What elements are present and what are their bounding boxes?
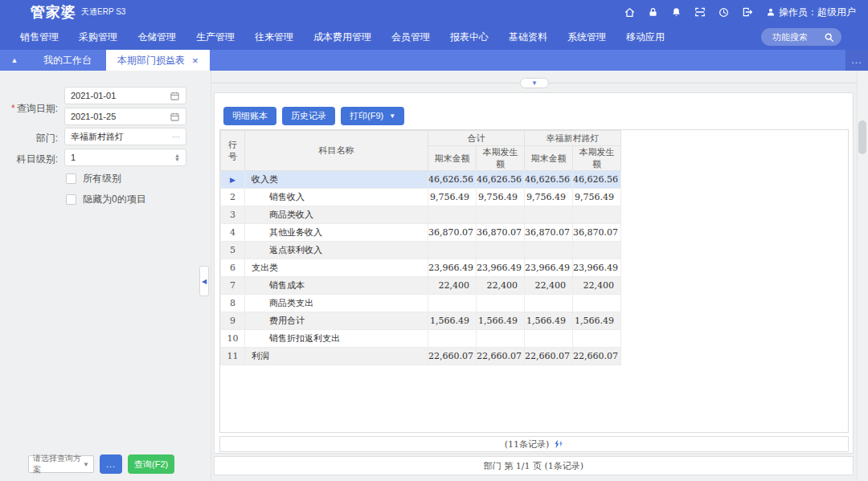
amount-cell [477,330,525,348]
ellipsis-icon[interactable]: ··· [172,132,180,141]
detail-ledger-button[interactable]: 明细账本 [223,107,276,125]
subject-name: 商品类收入 [245,206,428,224]
refresh-icon[interactable] [554,439,563,449]
nav-item[interactable]: 仓储管理 [137,31,176,44]
stepper-arrows[interactable]: ▲▼ [174,153,180,161]
table-row[interactable]: 4其他业务收入36,870.0736,870.0736,870.0736,870… [221,224,621,242]
dept-field[interactable]: 幸福新村路灯 ··· [64,128,186,145]
all-levels-label: 所有级别 [83,172,121,185]
scan-icon[interactable] [694,6,706,18]
arrow-down-icon[interactable]: ▼ [174,157,180,161]
nav-item[interactable]: 往来管理 [255,31,293,44]
nav-item[interactable]: 基础资料 [509,31,547,44]
col-total-ending[interactable]: 期末金额 [428,146,477,171]
subject-name: 商品类支出 [245,295,428,312]
nav-item[interactable]: 移动应用 [626,31,665,44]
logout-icon[interactable] [742,6,753,18]
amount-cell: 22,660.07 [477,348,525,365]
nav-item[interactable]: 生产管理 [196,31,235,44]
subject-level-value: 1 [71,153,174,162]
close-icon[interactable]: × [192,55,199,66]
col-total-period[interactable]: 本期发生额 [477,146,525,171]
search-input[interactable] [772,32,824,42]
row-number: 3 [221,206,245,224]
report-toolbar: 明细账本 历史记录 打印(F9) ▼ [223,107,404,125]
amount-cell: 23,966.49 [477,259,525,277]
table-row[interactable]: 8商品类支出 [221,295,621,312]
table-row[interactable]: 10销售折扣返利支出 [221,330,621,348]
calendar-icon[interactable] [170,91,180,101]
scheme-more-button[interactable]: ... [100,455,122,474]
col-group-dept[interactable]: 幸福新村路灯 [525,131,621,146]
app-logo: 管家婆 [31,2,76,22]
function-search[interactable] [761,28,841,46]
nav-menu: 销售管理采购管理仓储管理生产管理往来管理成本费用管理会员管理报表中心基础资料系统… [0,31,665,44]
nav-item[interactable]: 采购管理 [79,31,117,44]
tab-dept-profit-report[interactable]: 本期部门损益表 × [106,50,210,71]
amount-cell: 22,400 [477,277,525,295]
nav-item[interactable]: 报表中心 [450,31,489,44]
amount-cell: 1,566.49 [477,312,525,330]
amount-cell [428,206,477,224]
history-button[interactable]: 历史记录 [282,107,335,125]
chevron-up-icon[interactable]: ▲ [0,50,29,71]
collapse-filters-button[interactable]: ▼ [520,78,549,88]
table-row[interactable]: 2销售收入9,756.499,756.499,756.499,756.49 [221,189,621,206]
query-scheme-select[interactable]: 请选择查询方案 ▼ [28,455,94,473]
query-button[interactable]: 查询(F2) [128,455,174,474]
amount-cell: 23,966.49 [525,259,573,277]
hide-zero-checkbox-row[interactable]: 隐藏为0的项目 [66,193,146,206]
col-dept-ending[interactable]: 期末金额 [525,146,573,171]
chevron-left-icon: ◀ [202,278,207,285]
date-to-field[interactable]: 2021-01-25 [64,108,186,125]
vertical-scrollbar[interactable] [857,71,868,481]
all-levels-checkbox-row[interactable]: 所有级别 [66,172,121,185]
table-row[interactable]: 7销售成本22,40022,40022,40022,400 [221,277,621,295]
date-to-value: 2021-01-25 [71,112,170,121]
checkbox-unchecked[interactable] [66,194,76,205]
amount-cell [428,242,477,259]
table-row[interactable]: ▶收入类46,626.5646,626.5646,626.5646,626.56 [221,171,621,189]
hide-zero-label: 隐藏为0的项目 [83,193,146,206]
tab-overflow-button[interactable]: ... [845,50,868,71]
date-from-field[interactable]: 2021-01-01 [64,87,186,104]
clock-icon[interactable] [719,7,729,18]
dept-pager-bar[interactable]: 部门 第 1/1 页 (1条记录) [214,456,854,475]
table-row[interactable]: 3商品类收入 [221,206,621,224]
records-count: (11条记录) [505,438,550,450]
nav-item[interactable]: 系统管理 [567,31,606,44]
collapse-panel-handle[interactable]: ◀ [199,266,209,296]
print-button[interactable]: 打印(F9) ▼ [341,107,404,125]
amount-cell: 46,626.56 [477,171,525,189]
subject-level-label: 科目级别: [0,153,58,166]
bell-icon[interactable] [671,7,682,18]
amount-cell [525,242,573,259]
amount-cell: 36,870.07 [525,224,573,242]
col-dept-period[interactable]: 本期发生额 [573,146,621,171]
table-row[interactable]: 6支出类23,966.4923,966.4923,966.4923,966.49 [221,259,621,277]
subject-level-stepper[interactable]: 1 ▲▼ [64,149,186,166]
nav-item[interactable]: 成本费用管理 [313,31,371,44]
table-row[interactable]: 11利润22,660.0722,660.0722,660.0722,660.07 [221,348,621,365]
row-number: 9 [221,312,245,330]
nav-item[interactable]: 会员管理 [391,31,430,44]
amount-cell: 23,966.49 [573,259,621,277]
table-row[interactable]: 5返点获利收入 [221,242,621,259]
tab-workbench[interactable]: 我的工作台 [29,50,106,71]
search-icon[interactable] [824,32,834,43]
scrollbar-thumb[interactable] [858,120,866,154]
col-row-no[interactable]: 行号 [221,131,245,171]
table-row[interactable]: 9费用合计1,566.491,566.491,566.491,566.49 [221,312,621,330]
panel-divider [211,71,211,481]
col-group-total[interactable]: 合计 [428,131,525,146]
topbar: 管家婆 天通ERP S3 操作员：超级用户 [0,0,868,24]
col-subject[interactable]: 科目名称 [245,131,428,171]
lock-icon[interactable] [648,7,658,18]
home-icon[interactable] [624,7,635,18]
nav-item[interactable]: 销售管理 [20,31,59,44]
checkbox-unchecked[interactable] [66,173,76,184]
calendar-icon[interactable] [170,112,180,122]
amount-cell: 46,626.56 [573,171,621,189]
tab-bar: ▲ 我的工作台 本期部门损益表 × ... [0,50,868,71]
operator-info[interactable]: 操作员：超级用户 [766,6,856,19]
